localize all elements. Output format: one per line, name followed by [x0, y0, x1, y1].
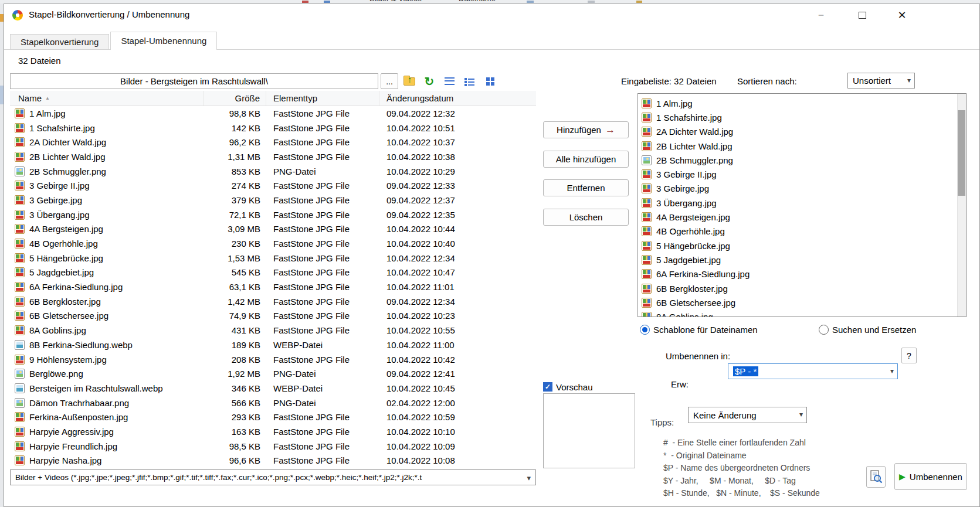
rename-button-label: Umbenennen: [910, 472, 962, 482]
input-list-item[interactable]: 6B Bergkloster.jpg: [642, 281, 966, 295]
file-row[interactable]: 6B Bergkloster.jpg1,42 MBFastStone JPG F…: [10, 294, 536, 309]
file-row[interactable]: Harpyie Freundlich.jpg98,5 KBFastStone J…: [10, 439, 536, 454]
file-row[interactable]: 2B Lichter Wald.jpg1,31 MBFastStone JPG …: [10, 149, 536, 164]
input-list-item[interactable]: 6A Ferkina-Siedlung.jpg: [642, 267, 966, 281]
file-type: FastStone JPG File: [266, 311, 379, 321]
minimize-button[interactable]: –: [811, 6, 831, 24]
file-row[interactable]: 1 Schafshirte.jpg142 KBFastStone JPG Fil…: [10, 121, 536, 135]
title-bar[interactable]: Stapel-Bildkonvertierung / Umbenennung –…: [4, 4, 979, 26]
column-header-size[interactable]: Größe: [204, 91, 266, 106]
chevron-down-icon: ▾: [799, 410, 803, 418]
maximize-button[interactable]: [852, 6, 872, 24]
file-name: 2A Dichter Wald.jpg: [29, 137, 106, 147]
tab-stapelkonvertierung[interactable]: Stapelkonvertierung: [10, 34, 109, 49]
file-row[interactable]: Berglöwe.png1,92 MBPNG-Datei09.04.2022 1…: [10, 366, 536, 381]
file-row[interactable]: 1 Alm.jpg98,8 KBFastStone JPG File09.04.…: [10, 106, 536, 121]
background-fragment-text: Bilder & Videos: [369, 0, 422, 3]
clear-button-label: Löschen: [569, 212, 603, 222]
input-list-item[interactable]: 3 Gebirge.jpg: [642, 182, 966, 196]
file-row[interactable]: 6A Ferkina-Siedlung.jpg63,1 KBFastStone …: [10, 280, 536, 294]
file-type-icon: [642, 169, 652, 179]
clear-button[interactable]: Löschen: [543, 209, 629, 226]
help-button[interactable]: ?: [901, 348, 917, 363]
input-list-item[interactable]: 3 Übergang.jpg: [642, 196, 966, 210]
file-row[interactable]: Ferkina-Außenposten.jpg293 KBFastStone J…: [10, 410, 536, 424]
file-row[interactable]: 2A Dichter Wald.jpg96,2 KBFastStone JPG …: [10, 135, 536, 149]
input-list-item[interactable]: 1 Schafshirte.jpg: [642, 110, 966, 124]
rename-button[interactable]: ▶ Umbenennen: [894, 463, 967, 490]
folder-up-button[interactable]: ↑: [401, 73, 418, 89]
file-row[interactable]: 5 Jagdgebiet.jpg545 KBFastStone JPG File…: [10, 266, 536, 280]
input-list-item[interactable]: 2B Schmuggler.png: [642, 153, 966, 167]
input-list[interactable]: 1 Alm.jpg1 Schafshirte.jpg2A Dichter Wal…: [637, 93, 967, 317]
scrollbar-thumb[interactable]: [958, 110, 965, 196]
file-date: 09.04.2022 12:34: [379, 297, 536, 307]
list-view-icon: [445, 77, 455, 85]
file-row[interactable]: 8B Ferkina-Siedlung.webp189 KBWEBP-Datei…: [10, 338, 536, 352]
radio-search-label[interactable]: Suchen und Ersetzen: [832, 325, 916, 335]
input-list-item[interactable]: 4B Ogerhöhle.jpg: [642, 224, 966, 239]
file-row[interactable]: Bersteigen im Raschtulswall.webp346 KBWE…: [10, 381, 536, 396]
input-list-item[interactable]: 8A Goblins.jpg: [642, 309, 966, 317]
file-row[interactable]: 5 Hängebrücke.jpg1,53 MBFastStone JPG Fi…: [10, 251, 536, 266]
remove-button[interactable]: Entfernen: [543, 179, 629, 196]
file-type-icon: [15, 355, 25, 365]
file-row[interactable]: 4A Bergsteigen.jpg3,09 MBFastStone JPG F…: [10, 222, 536, 237]
column-header-type[interactable]: Elementtyp: [266, 91, 379, 106]
file-filter-select[interactable]: Bilder + Videos (*.jpg;*.jpe;*.jpeg;*.jf…: [10, 469, 536, 485]
folder-path-input[interactable]: [10, 73, 378, 89]
input-list-item[interactable]: 4A Bergsteigen.jpg: [642, 210, 966, 224]
file-row[interactable]: Harpyie Aggressiv.jpg163 KBFastStone JPG…: [10, 424, 536, 439]
input-list-item[interactable]: 1 Alm.jpg: [642, 96, 966, 110]
preview-checkbox-label[interactable]: Vorschau: [556, 382, 593, 392]
input-list-item[interactable]: 2A Dichter Wald.jpg: [642, 125, 966, 139]
rename-template-combobox[interactable]: $P - * ▾: [728, 363, 898, 379]
input-list-item-name: 3 Gebirge II.jpg: [656, 169, 717, 179]
input-list-item[interactable]: 2B Lichter Wald.jpg: [642, 139, 966, 153]
add-all-button[interactable]: Alle hinzufügen: [543, 151, 629, 168]
preview-rename-button[interactable]: [866, 466, 886, 488]
add-button[interactable]: Hinzufügen →: [543, 121, 629, 138]
input-list-item[interactable]: 3 Gebirge II.jpg: [642, 167, 966, 181]
file-type-icon: [15, 166, 25, 176]
preview-checkbox[interactable]: ✓: [543, 382, 552, 392]
radio-search-replace[interactable]: [819, 325, 829, 335]
browse-button[interactable]: ...: [381, 73, 398, 89]
file-type-icon: [642, 127, 652, 137]
refresh-button[interactable]: ↻: [421, 73, 438, 89]
sort-by-label: Sortieren nach:: [737, 76, 797, 86]
preview-panel: [543, 393, 635, 468]
input-list-item[interactable]: 5 Jagdgebiet.jpg: [642, 253, 966, 267]
column-header-name[interactable]: Name ▲: [10, 91, 204, 106]
input-list-item[interactable]: 6B Gletschersee.jpg: [642, 295, 966, 309]
input-list-item-name: 8A Goblins.jpg: [656, 312, 713, 317]
file-row[interactable]: Harpyie Nasha.jpg96,6 KBFastStone JPG Fi…: [10, 454, 536, 468]
file-row[interactable]: 9 Höhlensystem.jpg208 KBFastStone JPG Fi…: [10, 352, 536, 367]
file-name: 2B Lichter Wald.jpg: [29, 152, 106, 162]
tip-line: $H - Stunde, $N - Minute, $S - Sekunde: [663, 487, 820, 500]
file-row[interactable]: 8A Goblins.jpg431 KBFastStone JPG File10…: [10, 323, 536, 338]
file-row[interactable]: 6B Gletschersee.jpg74,9 KBFastStone JPG …: [10, 309, 536, 324]
details-view-button[interactable]: [460, 73, 478, 89]
file-type-icon: [15, 455, 25, 465]
file-row[interactable]: 3 Übergang.jpg72,1 KBFastStone JPG File0…: [10, 207, 536, 222]
background-fragment-icon: [527, 1, 534, 3]
tab-stapel-umbenennung[interactable]: Stapel-Umbenennung: [110, 32, 217, 50]
file-row[interactable]: 3 Gebirge.jpg379 KBFastStone JPG File09.…: [10, 193, 536, 207]
file-row[interactable]: 3 Gebirge II.jpg274 KBFastStone JPG File…: [10, 178, 536, 193]
list-view-button[interactable]: [440, 73, 458, 89]
extension-select[interactable]: Keine Änderung ▾: [688, 407, 807, 423]
input-list-item[interactable]: 5 Hängebrücke.jpg: [642, 239, 966, 253]
thumbnails-view-button[interactable]: [481, 73, 499, 89]
file-row[interactable]: 2B Schmuggler.png853 KBPNG-Datei10.04.20…: [10, 164, 536, 179]
column-label: Elementtyp: [273, 93, 317, 103]
file-row[interactable]: Dämon Trachrhabaar.png566 KBPNG-Datei02.…: [10, 396, 536, 410]
radio-template-label[interactable]: Schablone für Dateinamen: [653, 325, 758, 335]
sort-by-select[interactable]: Unsortiert ▾: [847, 73, 915, 89]
input-list-scrollbar[interactable]: [957, 94, 966, 317]
close-button[interactable]: ✕: [892, 6, 912, 24]
column-header-date[interactable]: Änderungsdatum: [379, 91, 536, 106]
file-row[interactable]: 4B Ogerhöhle.jpg230 KBFastStone JPG File…: [10, 236, 536, 251]
radio-template-filenames[interactable]: [640, 325, 650, 335]
file-name-cell: 2B Lichter Wald.jpg: [10, 152, 204, 162]
